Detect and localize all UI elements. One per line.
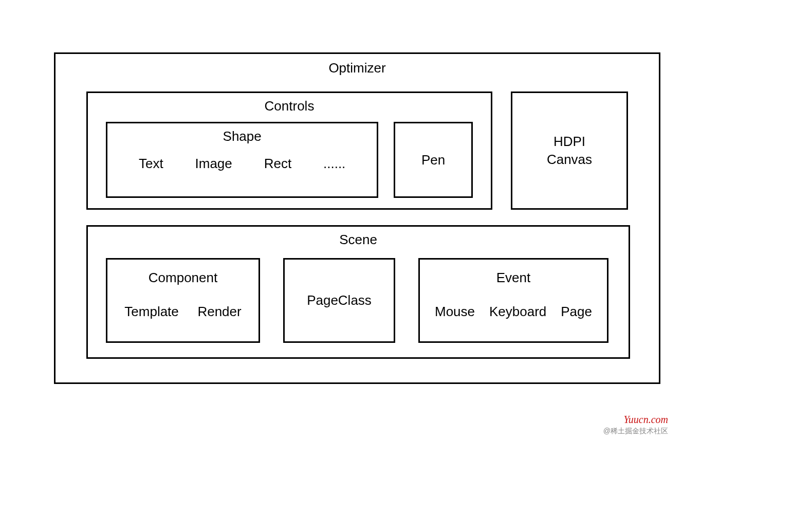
optimizer-title: Optimizer	[56, 60, 659, 76]
pageclass-box: PageClass	[283, 258, 395, 343]
event-item-keyboard: Keyboard	[489, 304, 546, 320]
pen-label: Pen	[421, 152, 445, 168]
event-item-page: Page	[561, 304, 592, 320]
event-title: Event	[420, 270, 607, 286]
component-item-template: Template	[124, 304, 179, 320]
hdpi-line1: HDPI	[553, 133, 585, 151]
shape-item-image: Image	[195, 156, 232, 172]
scene-title: Scene	[88, 232, 629, 248]
watermark: Yuucn.com @稀土掘金技术社区	[603, 414, 668, 436]
scene-inner: Component Template Render PageClass Even…	[88, 258, 629, 343]
component-box: Component Template Render	[106, 258, 260, 343]
row-1: Controls Shape Text Image Rect ...... Pe…	[56, 91, 659, 210]
component-items: Template Render	[107, 304, 259, 320]
hdpi-box: HDPI Canvas	[511, 91, 628, 210]
event-items: Mouse Keyboard Page	[420, 304, 607, 320]
pageclass-label: PageClass	[307, 292, 372, 308]
watermark-main: Yuucn.com	[603, 414, 668, 426]
event-box: Event Mouse Keyboard Page	[418, 258, 608, 343]
controls-box: Controls Shape Text Image Rect ...... Pe…	[86, 91, 492, 210]
scene-box: Scene Component Template Render PageClas…	[86, 225, 630, 359]
optimizer-box: Optimizer Controls Shape Text Image Rect…	[54, 52, 660, 384]
pen-box: Pen	[394, 122, 473, 198]
event-item-mouse: Mouse	[435, 304, 475, 320]
shape-box: Shape Text Image Rect ......	[106, 122, 378, 198]
controls-inner: Shape Text Image Rect ...... Pen	[88, 122, 491, 198]
shape-items: Text Image Rect ......	[107, 156, 377, 172]
shape-item-rect: Rect	[264, 156, 291, 172]
watermark-sub: @稀土掘金技术社区	[603, 427, 668, 436]
shape-title: Shape	[107, 129, 377, 144]
component-item-render: Render	[197, 304, 241, 320]
shape-item-text: Text	[139, 156, 163, 172]
component-title: Component	[107, 270, 259, 286]
controls-title: Controls	[88, 98, 491, 114]
shape-item-more: ......	[323, 156, 345, 172]
hdpi-line2: Canvas	[547, 151, 592, 169]
